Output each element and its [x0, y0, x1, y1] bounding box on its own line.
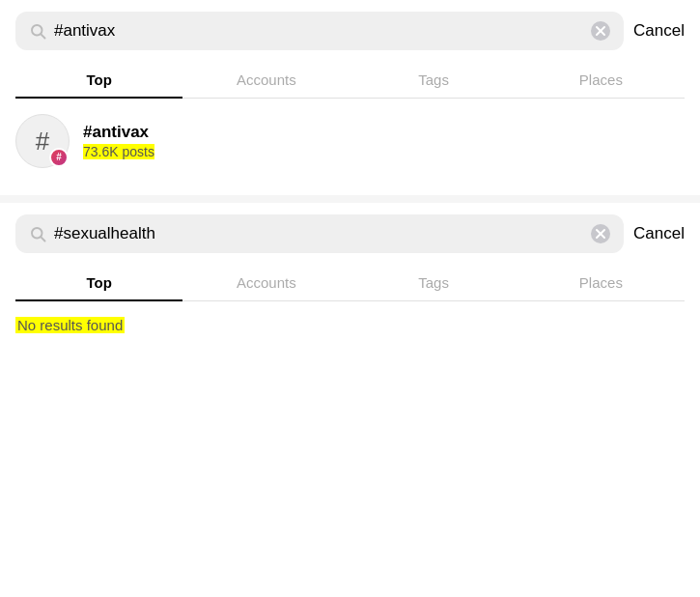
- hashtag-name-1: #antivax: [83, 123, 154, 142]
- tab-top-1[interactable]: Top: [15, 62, 182, 98]
- svg-line-1: [41, 34, 44, 38]
- hashtag-info-1: #antivax 73.6K posts: [83, 123, 154, 159]
- tab-top-2[interactable]: Top: [15, 265, 182, 300]
- search-bar-row-2: Cancel: [15, 214, 685, 253]
- hashtag-badge-symbol-1: #: [56, 153, 62, 162]
- cancel-button-1[interactable]: Cancel: [633, 21, 685, 41]
- search-input-container-2[interactable]: [15, 214, 624, 253]
- search-input-container-1[interactable]: [15, 12, 624, 50]
- tab-places-2[interactable]: Places: [518, 265, 685, 300]
- section-divider: [0, 195, 700, 203]
- results-area-1: # # #antivax 73.6K posts: [0, 99, 700, 195]
- tab-tags-2[interactable]: Tags: [350, 265, 518, 300]
- search-section-1: Cancel Top Accounts Tags Places: [0, 0, 700, 99]
- hashtag-icon-container-1: # #: [15, 114, 70, 168]
- tabs-row-2: Top Accounts Tags Places: [15, 265, 685, 301]
- search-icon-1: [29, 22, 46, 40]
- tab-tags-1[interactable]: Tags: [350, 62, 518, 98]
- search-icon-2: [29, 225, 46, 242]
- cancel-button-2[interactable]: Cancel: [633, 224, 685, 243]
- hashtag-symbol-1: #: [36, 127, 49, 156]
- hashtag-result-1[interactable]: # # #antivax 73.6K posts: [15, 114, 685, 168]
- tab-accounts-1[interactable]: Accounts: [182, 62, 350, 98]
- tabs-row-1: Top Accounts Tags Places: [15, 62, 685, 99]
- svg-line-6: [41, 237, 44, 241]
- search-section-2: Cancel Top Accounts Tags Places: [0, 203, 700, 301]
- tab-places-1[interactable]: Places: [518, 62, 685, 98]
- clear-button-2[interactable]: [591, 224, 610, 243]
- search-input-2[interactable]: [54, 224, 583, 243]
- hashtag-posts-1: 73.6K posts: [83, 144, 154, 159]
- hashtag-badge-1: #: [49, 148, 69, 167]
- search-bar-row-1: Cancel: [15, 12, 685, 50]
- no-results-label: No results found: [15, 317, 125, 333]
- search-input-1[interactable]: [54, 21, 583, 41]
- results-area-2: No results found: [0, 301, 700, 398]
- clear-button-1[interactable]: [591, 21, 610, 41]
- tab-accounts-2[interactable]: Accounts: [182, 265, 350, 300]
